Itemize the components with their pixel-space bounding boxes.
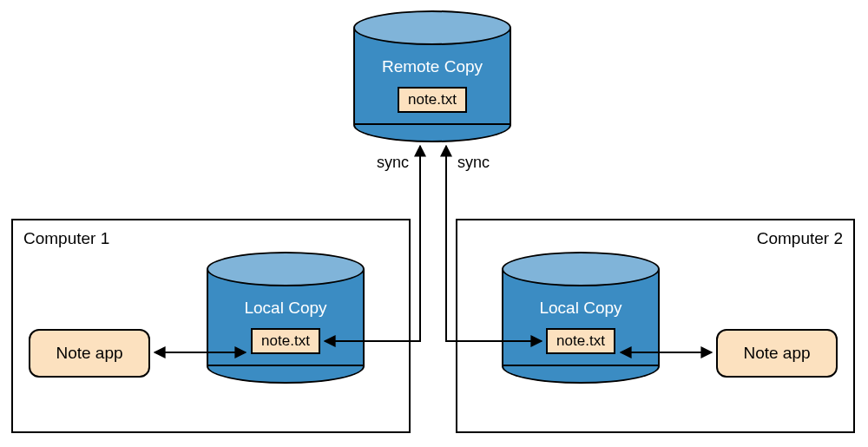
remote-file-badge: note.txt — [398, 87, 467, 113]
remote-db-title: Remote Copy — [353, 57, 511, 76]
sync-label-2: sync — [457, 154, 490, 172]
local-db-2: Local Copy note.txt — [502, 252, 660, 384]
note-app-1: Note app — [29, 329, 150, 378]
sync-label-1: sync — [377, 154, 409, 172]
local-db-2-title: Local Copy — [502, 299, 660, 318]
local-file-2-badge: note.txt — [546, 328, 615, 354]
note-app-2: Note app — [716, 329, 838, 378]
computer-2-label: Computer 2 — [757, 229, 843, 248]
remote-db: Remote Copy note.txt — [353, 10, 511, 142]
local-db-1-title: Local Copy — [207, 299, 365, 318]
local-file-1-badge: note.txt — [251, 328, 320, 354]
local-db-1: Local Copy note.txt — [207, 252, 365, 384]
computer-1-label: Computer 1 — [23, 229, 109, 248]
